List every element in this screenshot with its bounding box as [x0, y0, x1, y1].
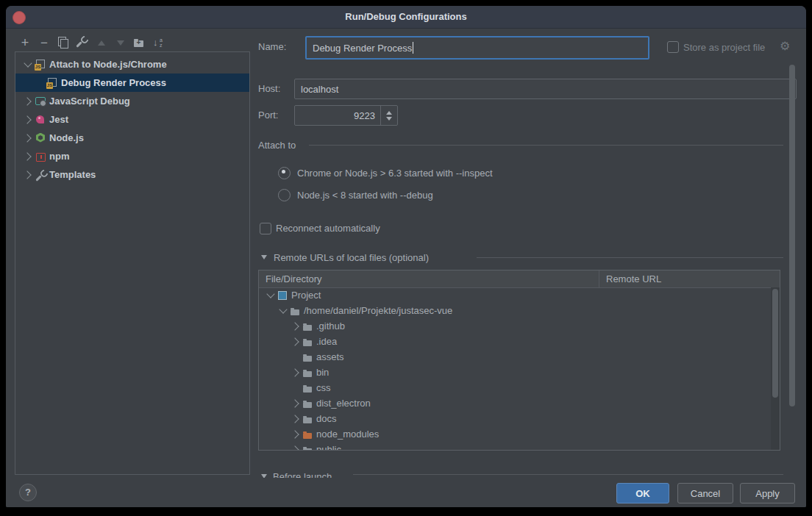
chevron-right-icon[interactable]: [21, 135, 35, 141]
remote-urls-collapse-icon[interactable]: [261, 255, 267, 259]
file-row[interactable]: bin: [259, 365, 780, 380]
table-scrollbar-thumb[interactable]: [772, 289, 778, 398]
name-label: Name:: [258, 41, 286, 52]
attach-node-chrome-icon: [46, 77, 58, 89]
chevron-right-icon[interactable]: [21, 98, 35, 104]
file-row[interactable]: assets: [259, 349, 780, 365]
file-row[interactable]: dist_electron: [259, 395, 780, 411]
column-remote-url[interactable]: Remote URL: [599, 270, 661, 287]
file-row[interactable]: docs: [259, 411, 780, 426]
edit-templates-icon[interactable]: [75, 35, 90, 50]
tree-item[interactable]: npm: [15, 147, 249, 165]
radio-unselected-icon[interactable]: [278, 189, 291, 201]
apply-button[interactable]: Apply: [740, 483, 795, 504]
chevron-right-icon[interactable]: [289, 401, 302, 406]
add-configuration-icon[interactable]: [18, 35, 32, 50]
file-row[interactable]: .idea: [259, 334, 780, 349]
cancel-button[interactable]: Cancel: [677, 483, 733, 504]
folder-icon: [302, 367, 313, 379]
radio-option-inspect-label: Chrome or Node.js > 6.3 started with --i…: [297, 168, 493, 179]
file-row-label: public: [316, 444, 341, 451]
project-icon: [277, 290, 288, 301]
remove-configuration-icon[interactable]: [37, 35, 51, 50]
store-as-project-file-checkbox[interactable]: [667, 41, 679, 53]
remote-urls-separator: [477, 257, 783, 258]
file-row-label: node_modules: [316, 429, 379, 440]
file-row-label: docs: [316, 413, 336, 424]
folder-icon: [302, 382, 313, 394]
chevron-down-icon[interactable]: [264, 293, 277, 297]
screenshot-root: Run/Debug Configurations Attach to Node.…: [0, 0, 812, 516]
chevron-right-icon[interactable]: [21, 154, 35, 160]
file-row[interactable]: Project: [259, 287, 780, 303]
ok-button[interactable]: OK: [616, 483, 669, 504]
tree-item-label: npm: [49, 151, 69, 162]
chevron-right-icon[interactable]: [289, 323, 302, 329]
chevron-down-icon[interactable]: [277, 309, 289, 312]
host-label: Host:: [258, 83, 280, 94]
tree-item[interactable]: Attach to Node.js/Chrome: [15, 55, 249, 74]
file-row[interactable]: /home/daniel/Projekte/justasec-vue: [259, 303, 780, 318]
copy-configuration-icon[interactable]: [56, 35, 71, 50]
spinner-down-icon[interactable]: [386, 117, 392, 121]
chevron-down-icon[interactable]: [21, 62, 35, 66]
chevron-right-icon[interactable]: [21, 172, 35, 178]
port-label: Port:: [258, 110, 278, 121]
tree-item[interactable]: Jest: [15, 110, 249, 129]
file-row-label: .idea: [316, 336, 337, 347]
new-folder-icon[interactable]: [132, 35, 147, 50]
folder-icon: [302, 351, 313, 363]
radio-option-inspect[interactable]: Chrome or Node.js > 6.3 started with --i…: [278, 167, 493, 179]
tree-item[interactable]: Debug Render Process: [15, 74, 249, 92]
tree-item-label: Jest: [49, 114, 68, 125]
radio-selected-icon[interactable]: [278, 167, 291, 179]
file-row-label: Project: [291, 290, 321, 301]
remote-urls-section-title[interactable]: Remote URLs of local files (optional): [274, 252, 429, 263]
folder-icon: [302, 320, 313, 332]
file-row[interactable]: node_modules: [259, 426, 780, 442]
port-spinner[interactable]: [380, 106, 397, 125]
chevron-right-icon[interactable]: [289, 339, 302, 345]
tree-item-label: Attach to Node.js/Chrome: [49, 59, 167, 70]
folder-icon: [302, 444, 313, 451]
file-row[interactable]: .github: [259, 318, 780, 334]
file-row-label: .github: [316, 320, 345, 332]
npm-icon: [35, 151, 46, 162]
reconnect-automatically-label: Reconnect automatically: [276, 223, 380, 234]
folder-icon: [289, 305, 301, 317]
dialog-scrollbar-thumb[interactable]: [789, 65, 795, 406]
store-options-gear-icon[interactable]: ⚙: [780, 39, 790, 53]
tree-item[interactable]: Node.js: [15, 129, 249, 147]
port-input[interactable]: 9223: [294, 105, 398, 126]
tree-item[interactable]: JavaScript Debug: [15, 92, 249, 110]
chevron-right-icon[interactable]: [289, 447, 302, 451]
help-button[interactable]: ?: [19, 484, 37, 501]
chevron-right-icon[interactable]: [289, 370, 302, 376]
radio-option-debug[interactable]: Node.js < 8 started with --debug: [278, 189, 433, 201]
tree-item-label: Templates: [49, 169, 96, 180]
move-down-icon[interactable]: [113, 35, 128, 50]
reconnect-automatically-checkbox[interactable]: [260, 223, 271, 234]
folder-icon: [302, 336, 313, 348]
file-row[interactable]: public: [259, 442, 780, 451]
chevron-right-icon[interactable]: [289, 416, 302, 422]
host-input[interactable]: localhost: [294, 79, 797, 99]
configurations-toolbar: [18, 35, 166, 50]
table-header: File/Directory Remote URL: [259, 270, 780, 288]
name-input[interactable]: Debug Render Process: [305, 36, 649, 60]
chevron-right-icon[interactable]: [21, 117, 35, 123]
jest-icon: [35, 114, 46, 126]
host-input-value: localhost: [301, 84, 338, 95]
name-input-value: Debug Render Process: [313, 43, 412, 54]
chevron-right-icon[interactable]: [289, 431, 302, 437]
sort-configurations-icon[interactable]: [152, 35, 166, 50]
tree-item[interactable]: Templates: [15, 165, 249, 184]
spinner-up-icon[interactable]: [386, 111, 392, 115]
file-row-label: bin: [316, 367, 329, 378]
file-row-label: css: [316, 382, 331, 393]
file-row[interactable]: css: [259, 380, 780, 395]
tree-item-label: Debug Render Process: [61, 77, 166, 88]
port-input-value: 9223: [354, 110, 375, 121]
move-up-icon[interactable]: [94, 35, 109, 50]
column-file-directory[interactable]: File/Directory: [266, 270, 322, 287]
